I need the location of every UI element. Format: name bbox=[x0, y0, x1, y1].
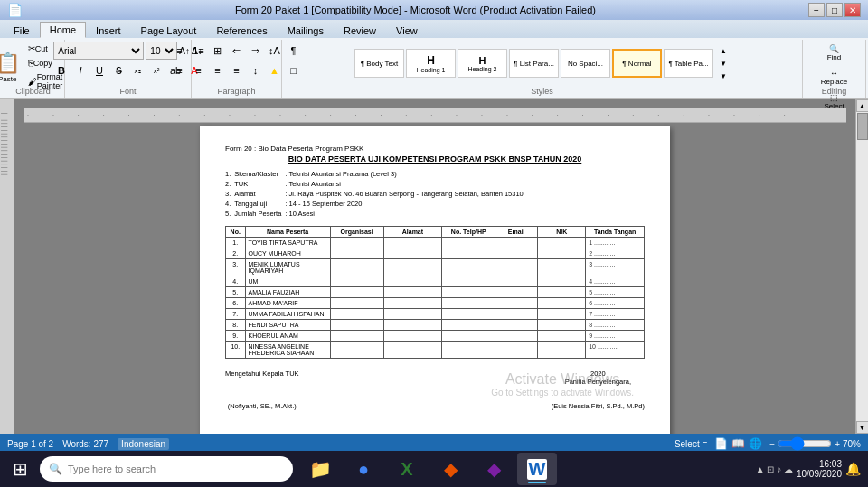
style-body-text[interactable]: ¶ Body Text bbox=[354, 49, 404, 78]
view-read-icon[interactable]: 📖 bbox=[731, 437, 745, 450]
info-label-5: Jumlah Peserta bbox=[234, 209, 285, 219]
styles-scroll-up[interactable]: ▲ bbox=[717, 44, 730, 57]
cell-sign-2: 3 ............ bbox=[586, 259, 645, 276]
view-web-icon[interactable]: 🌐 bbox=[749, 437, 762, 450]
cell-nik-6 bbox=[538, 309, 586, 320]
info-value-5: : 10 Asesi bbox=[285, 209, 526, 219]
italic-button[interactable]: I bbox=[71, 61, 90, 80]
find-icon: 🔍 bbox=[829, 44, 839, 53]
tab-home[interactable]: Home bbox=[40, 22, 86, 38]
document-page[interactable]: Form 20 : Bio Data Peserta Program PSKK … bbox=[200, 126, 670, 434]
cell-nik-1 bbox=[538, 248, 586, 259]
paste-button[interactable]: 📋 Paste bbox=[0, 49, 23, 86]
info-no-3: 3. bbox=[225, 189, 234, 199]
style-no-spacing[interactable]: No Spaci... bbox=[561, 49, 610, 78]
scroll-thumb[interactable] bbox=[857, 113, 868, 140]
format-painter-icon: 🖌 bbox=[28, 77, 37, 87]
style-list-para[interactable]: ¶ List Para... bbox=[509, 49, 559, 78]
styles-more[interactable]: ▼ bbox=[717, 70, 730, 82]
taskbar-other1[interactable]: ◆ bbox=[430, 453, 470, 485]
system-tray: ▲ ⊡ ♪ ☁ bbox=[756, 464, 793, 474]
cell-email-8 bbox=[495, 331, 538, 342]
info-value-1: : Teknisi Akuntansi Pratama (Level 3) bbox=[285, 169, 526, 179]
clock: 16:03 10/09/2020 bbox=[797, 459, 842, 479]
align-left-button[interactable]: ≡ bbox=[171, 61, 189, 80]
align-center-button[interactable]: ≡ bbox=[190, 61, 208, 80]
cell-nik-8 bbox=[538, 331, 586, 342]
view-print-icon[interactable]: 📄 bbox=[714, 437, 728, 450]
style-normal[interactable]: ¶ Normal bbox=[612, 49, 662, 78]
col-sign: Tanda Tangan bbox=[586, 227, 645, 238]
cell-org-1 bbox=[330, 248, 383, 259]
bullets-button[interactable]: ≡ bbox=[171, 42, 189, 60]
replace-icon: ↔ bbox=[830, 69, 838, 78]
multilevel-button[interactable]: ⊞ bbox=[209, 42, 227, 60]
tab-page-layout[interactable]: Page Layout bbox=[131, 22, 207, 38]
maximize-button[interactable]: □ bbox=[826, 3, 843, 17]
taskbar-word[interactable]: W bbox=[517, 453, 557, 485]
start-button[interactable]: ⊞ bbox=[4, 454, 36, 483]
cell-nik-2 bbox=[538, 259, 586, 276]
strikethrough-button[interactable]: S̶ bbox=[109, 61, 127, 80]
tab-mailings[interactable]: Mailings bbox=[278, 22, 334, 38]
close-button[interactable]: ✕ bbox=[844, 3, 861, 17]
paste-icon: 📋 bbox=[0, 52, 20, 75]
style-heading2[interactable]: H Heading 2 bbox=[458, 49, 507, 78]
justify-button[interactable]: ≡ bbox=[228, 61, 246, 80]
font-name-select[interactable]: Arial bbox=[53, 42, 144, 60]
info-value-4: : 14 - 15 September 2020 bbox=[285, 199, 526, 209]
footer-right-title: Panitia Penyelengara, bbox=[552, 378, 645, 386]
decrease-indent-button[interactable]: ⇐ bbox=[228, 42, 246, 60]
tab-view[interactable]: View bbox=[386, 22, 428, 38]
data-table: No. Nama Peserta Organisasi Alamat No. T… bbox=[225, 226, 645, 359]
line-spacing-button[interactable]: ↕ bbox=[247, 61, 265, 80]
superscript-button[interactable]: x² bbox=[147, 61, 165, 80]
cell-org-6 bbox=[330, 309, 383, 320]
document-scroll[interactable]: · · · · · · · · · · · · · · · · · · · · … bbox=[14, 99, 855, 434]
minimize-button[interactable]: − bbox=[808, 3, 825, 17]
scroll-up-button[interactable]: ▲ bbox=[856, 99, 869, 112]
zoom-slider[interactable] bbox=[778, 439, 832, 448]
style-table-pa[interactable]: ¶ Table Pa... bbox=[664, 49, 713, 78]
taskbar-search-box[interactable]: 🔍 bbox=[40, 456, 293, 482]
tab-review[interactable]: Review bbox=[334, 22, 386, 38]
taskbar-browser[interactable]: ● bbox=[344, 453, 383, 485]
style-heading1[interactable]: H Heading 1 bbox=[406, 49, 456, 78]
form-main-title: BIO DATA PESERTA UJI KOMPETENSI PROGRAM … bbox=[225, 155, 645, 164]
table-row: 4. UMI 4 ............ bbox=[226, 276, 645, 287]
taskbar-other2[interactable]: ◆ bbox=[474, 453, 514, 485]
zoom-control: − + 70% bbox=[769, 439, 861, 449]
subscript-button[interactable]: x₂ bbox=[128, 61, 146, 80]
vertical-scrollbar[interactable]: ▲ ▼ bbox=[855, 99, 868, 434]
underline-button[interactable]: U bbox=[90, 61, 108, 80]
cell-org-8 bbox=[330, 331, 383, 342]
cell-sign-9: 10 ............ bbox=[586, 342, 645, 359]
bold-button[interactable]: B bbox=[52, 61, 71, 80]
numbering-button[interactable]: 1≡ bbox=[190, 42, 208, 60]
tab-insert[interactable]: Insert bbox=[86, 22, 131, 38]
sort-button[interactable]: ↕A bbox=[266, 42, 284, 60]
search-input[interactable] bbox=[68, 464, 284, 474]
document-footer: Mengetahui Kepala TUK (Nofiyanti, SE., M… bbox=[225, 370, 645, 410]
increase-indent-button[interactable]: ⇒ bbox=[247, 42, 265, 60]
styles-scroll-down[interactable]: ▼ bbox=[717, 57, 730, 70]
find-button[interactable]: 🔍 Find bbox=[821, 42, 846, 64]
taskbar-file-manager[interactable]: 📁 bbox=[300, 453, 340, 485]
taskbar-excel[interactable]: X bbox=[387, 453, 427, 485]
cell-name-6: UMMA FADILAH ISFAHANI bbox=[245, 309, 330, 320]
shading-button[interactable]: ▲ bbox=[266, 61, 284, 80]
cell-sign-7: 8 ............ bbox=[586, 320, 645, 331]
cell-email-2 bbox=[495, 259, 538, 276]
footer-year: 2020 bbox=[552, 370, 645, 378]
tab-references[interactable]: References bbox=[206, 22, 277, 38]
col-org: Organisasi bbox=[330, 227, 383, 238]
tab-file[interactable]: File bbox=[4, 22, 40, 38]
zoom-out-button[interactable]: − bbox=[769, 439, 775, 449]
scroll-track[interactable] bbox=[856, 112, 868, 421]
info-no-2: 2. bbox=[225, 179, 234, 189]
scroll-down-button[interactable]: ▼ bbox=[856, 421, 869, 434]
notification-button[interactable]: 🔔 bbox=[845, 462, 861, 476]
align-right-button[interactable]: ≡ bbox=[209, 61, 227, 80]
replace-button[interactable]: ↔ Replace bbox=[816, 66, 852, 89]
zoom-in-button[interactable]: + bbox=[835, 439, 840, 449]
